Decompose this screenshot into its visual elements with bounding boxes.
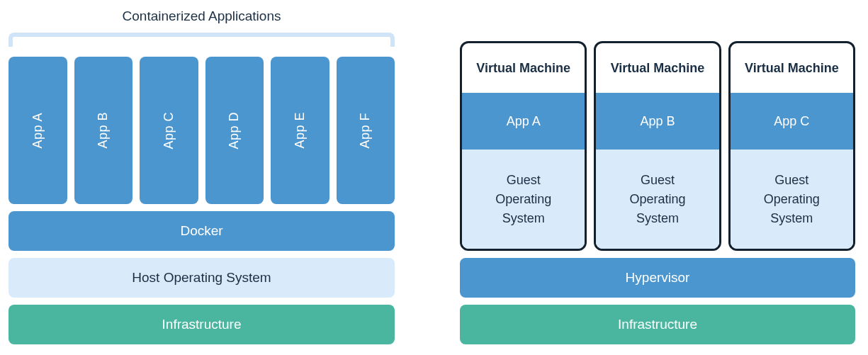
container-app: App D: [205, 57, 264, 204]
infrastructure-layer: Infrastructure: [9, 305, 395, 344]
container-app-label: App C: [162, 112, 176, 150]
container-app-label: App F: [358, 113, 373, 149]
diagram-root: Containerized Applications App A App B A…: [9, 9, 859, 344]
virtual-machine: Virtual Machine App C Guest Operating Sy…: [728, 41, 855, 251]
vm-guest-os: Guest Operating System: [462, 150, 585, 249]
vm-row: Virtual Machine App A Guest Operating Sy…: [460, 41, 855, 251]
container-app: App E: [271, 57, 329, 204]
virtual-machine: Virtual Machine App B Guest Operating Sy…: [594, 41, 721, 251]
container-app: App F: [337, 57, 395, 204]
vm-app: App B: [596, 93, 718, 150]
vm-title: Virtual Machine: [462, 43, 585, 93]
container-app-label: App D: [227, 112, 242, 150]
containerized-title: Containerized Applications: [9, 9, 395, 24]
containerized-column: Containerized Applications App A App B A…: [9, 9, 395, 344]
virtual-machine: Virtual Machine App A Guest Operating Sy…: [460, 41, 587, 251]
hypervisor-layer: Hypervisor: [460, 258, 855, 298]
vm-title: Virtual Machine: [731, 43, 853, 93]
vm-guest-os: Guest Operating System: [596, 150, 718, 249]
container-apps-row: App A App B App C App D App E App F: [9, 57, 395, 204]
vm-app: App A: [462, 93, 585, 150]
vm-column: Virtual Machine App A Guest Operating Sy…: [460, 41, 855, 344]
infrastructure-layer-vm: Infrastructure: [460, 305, 855, 344]
container-app-label: App E: [293, 112, 308, 149]
docker-layer: Docker: [9, 211, 395, 251]
vm-app: App C: [731, 93, 853, 150]
container-app: App C: [140, 57, 198, 204]
container-app-label: App B: [96, 112, 111, 149]
container-app-label: App A: [30, 113, 45, 149]
container-app: App A: [9, 57, 67, 204]
vm-title: Virtual Machine: [596, 43, 718, 93]
host-os-layer: Host Operating System: [9, 258, 395, 298]
vm-guest-os: Guest Operating System: [731, 150, 853, 249]
containerized-bracket: [9, 33, 395, 47]
container-app: App B: [74, 57, 133, 204]
